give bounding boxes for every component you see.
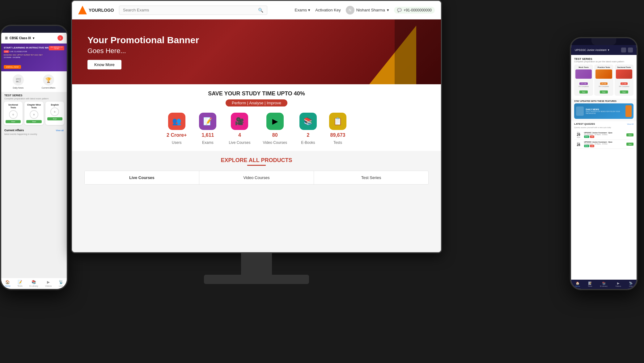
sectional-tests-card[interactable]: Sectional Tests ○ Start [4,102,23,125]
practice-start-btn[interactable]: Start [600,90,608,94]
exam-selector[interactable]: UPSSSC Junior Assistant ▾ [575,48,609,52]
rphn-nav-videos[interactable]: ▶ Videos [616,282,621,287]
notification-badge[interactable]: 1 [57,35,63,41]
daily-news-sub: DAILY UPDATES OF NEWS FOR POLISH YOUR KN… [586,111,623,114]
home-icon: 🏠 [5,280,10,284]
sectional-tests-start[interactable]: Start [6,120,21,123]
right-phone-notch [591,38,616,45]
banner-title: Your Promotional Banner [87,35,199,46]
activation-key[interactable]: Activation Key [315,8,341,12]
nav-live-label: Live [59,285,63,287]
search-header-icon[interactable] [621,48,626,52]
daily-news-block[interactable]: DAILY NEWS DAILY UPDATES OF NEWS FOR POL… [574,103,633,119]
exam-chevron: ▾ [608,48,609,52]
rphn-nav-elibrary[interactable]: 📚 E-Library [600,282,608,287]
nav-live[interactable]: 📡 Live [59,280,63,287]
bell-icon[interactable] [628,48,633,52]
quiz-1-year: 2024 [574,136,583,138]
nav-videos[interactable]: ▶ Videos [45,280,52,287]
chapter-wise-start[interactable]: Start [26,120,41,123]
hamburger-icon[interactable]: ☰ [5,36,8,40]
enroll-button[interactable]: ENROLL NOW [4,65,21,69]
nav-elibrary[interactable]: 📚 E-Library [29,280,38,287]
exams-menu[interactable]: Exams ▾ [295,8,311,12]
video-courses-label: Video Courses [263,140,287,145]
search-input[interactable] [123,8,256,12]
elibrary-icon: 📚 [32,280,36,284]
tab-test-series[interactable]: Test Series [314,171,428,184]
navbar: YOURLOGO 🔍 Exams ▾ Activation Key N [72,1,441,19]
live-icon: 📡 [59,280,63,284]
current-affairs-item[interactable]: 🏆 Current Affairs [42,74,56,89]
quiz-2-info: UPSSSC Junior Assistant - Quiz 20 Questi… [584,141,625,147]
exam-name: UPSSSC Junior Assistant [575,48,607,52]
english-start[interactable]: Start [47,117,62,120]
ebooks-icon: 📚 [299,113,317,130]
rphn-nav-home[interactable]: 🏠 Home [575,282,580,287]
quiz-2-start[interactable]: Start [626,143,633,146]
live-courses-number: 4 [238,132,241,138]
nav-home[interactable]: 🏠 Home [5,280,11,287]
quizzes-view-all[interactable]: View All [627,123,633,125]
exams-icon: 📝 [199,113,216,130]
rphn-nav-tests[interactable]: 📝 Tests [588,282,592,287]
view-all-link[interactable]: View all [56,129,64,131]
english-circle: ○ [50,107,59,116]
search-bar[interactable]: 🔍 [119,6,267,15]
tests-label: Tests [333,140,342,145]
quiz-2-day: 28 [574,144,583,147]
rphn-videos-icon: ▶ [617,282,620,285]
video-courses-number: 80 [272,132,278,138]
practice-tests-item[interactable]: Practice Tests 34 Info 0% Completed Star… [594,65,613,96]
tab-live-courses[interactable]: Live Courses [85,171,199,184]
daily-news-item[interactable]: 📰 Daily News [13,74,24,89]
app-only-badge: ONLY AVAILABLE ON THE APP [49,46,64,50]
sectional-tests-image [616,69,632,79]
quizzes-title: LATEST QUIZZES [574,123,595,125]
news-text-block: DAILY NEWS DAILY UPDATES OF NEWS FOR POL… [586,108,623,114]
mock-tests-item[interactable]: Mock Tests 0 % Info 0% Completed Start [574,65,593,96]
sectional-start-btn[interactable]: Start [620,90,628,94]
mock-progress: 0% Completed [575,86,592,87]
monitor: YOURLOGO 🔍 Exams ▾ Activation Key N [71,0,457,309]
user-profile[interactable]: N Nishant Sharma ▾ [346,6,389,15]
triangle-darkred [395,19,441,84]
left-phone-body: ☰ CBSE Class IX ▾ 1 START LEARNING IN IN… [0,25,68,290]
user-chevron: ▾ [387,8,389,12]
rphn-tests-icon: 📝 [588,282,592,285]
phone-number: 💬 +91-0000000000 [394,7,435,14]
monitor-stand-base [204,275,309,284]
latest-quizzes-section: LATEST QUIZZES View All Quickly assess y… [571,121,637,150]
know-more-button[interactable]: Know More [87,60,121,69]
practice-badge: 34 Info [600,82,607,85]
sectional-tests-item[interactable]: Sectional Tests 27 Info 0% Completed Sta… [615,65,633,96]
stat-ebooks: 📚 2 E-Books [299,113,317,145]
nav-tests[interactable]: 📝 Tests [17,280,22,287]
mock-start-btn[interactable]: Start [579,90,588,94]
orange-decoration [625,105,632,117]
banner-decoration [317,19,441,84]
quiz-1-info: UPSSSC Junior Assistant - Quiz 20 Questi… [584,132,625,138]
right-phone-header: UPSSSC Junior Assistant ▾ [571,45,637,55]
rphn-nav-live[interactable]: 📡 Live [629,282,633,287]
chapter-wise-card[interactable]: Chapter Wise Tests ○ Start [24,102,43,125]
logo-icon [78,6,87,15]
left-phone-header-left: ☰ CBSE Class IX ▾ [5,36,34,40]
logo-text: YOURLOGO [89,8,114,13]
nav-tests-label: Tests [17,285,22,287]
english-card[interactable]: English ○ Start [45,102,64,125]
rphn-tests-label: Tests [588,285,592,287]
rphn-home-label: Home [575,285,580,287]
tab-video-courses[interactable]: Video Courses [199,171,314,184]
monitor-stand-neck [241,253,272,278]
left-phone-class-title: CBSE Class IX [10,36,31,40]
right-phone-screen: UPSSSC Junior Assistant ▾ TEST SERIES Co… [571,45,637,289]
practice-tests-label: Practice Tests [595,66,612,68]
sectional-badge: 27 Info [621,82,628,85]
right-test-series-sub: Complete preparation as per the latest e… [574,60,633,63]
rphn-live-label: Live [629,285,633,287]
right-phone-test-series: TEST SERIES Complete preparation as per … [571,55,637,99]
video-courses-icon: ▶ [266,113,284,130]
banner-content: Your Promotional Banner Goes Here... Kno… [87,35,199,69]
quiz-1-start[interactable]: Start [626,133,633,136]
